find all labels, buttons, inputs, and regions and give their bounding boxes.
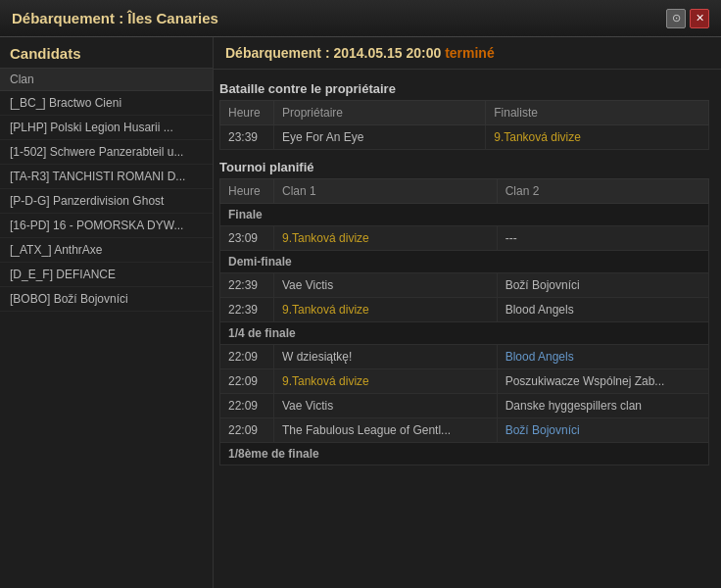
- tournament-section-title: Tournoi planifié: [219, 160, 709, 174]
- battle-table: Heure Propriétaire Finaliste 23:39 Eye F…: [219, 100, 709, 150]
- tournament-col-heure: Heure: [220, 179, 274, 204]
- battle-col-finaliste: Finaliste: [486, 101, 709, 125]
- window-controls: ⊙ ✕: [666, 9, 709, 28]
- clan-list-item[interactable]: [D_E_F] DEFIANCE: [0, 263, 213, 287]
- tournament-clan2: Poszukiwacze Wspólnej Zab...: [497, 369, 708, 394]
- tournament-clan1: W dziesiątkę!: [274, 345, 498, 369]
- tournament-group-header: 1/8ème de finale: [220, 443, 709, 466]
- tournament-time: 22:09: [220, 345, 274, 369]
- close-icon: ✕: [696, 12, 704, 24]
- tournament-group-header: 1/4 de finale: [220, 322, 709, 345]
- clan-list-item[interactable]: [1-502] Schwere Panzerabteil u...: [0, 140, 213, 165]
- clan-list-item[interactable]: [_BC_] Bractwo Cieni: [0, 91, 213, 116]
- tournament-clan2: Blood Angels: [497, 298, 708, 322]
- tournament-clan2: Boží Bojovníci: [497, 273, 708, 298]
- clan-list-item[interactable]: [PLHP] Polski Legion Husarii ...: [0, 116, 213, 140]
- group-name: Demi-finale: [220, 251, 709, 273]
- battle-col-heure: Heure: [220, 101, 274, 125]
- tournament-col-clan1: Clan 1: [274, 179, 498, 204]
- clan-column-header: Clan: [0, 69, 213, 91]
- battle-col-proprietaire: Propriétaire: [274, 101, 486, 125]
- sidebar: Candidats Clan [_BC_] Bractwo Cieni[PLHP…: [0, 37, 214, 588]
- sidebar-header: Candidats: [0, 37, 213, 69]
- tournament-time: 22:09: [220, 418, 274, 443]
- tournament-time: 22:39: [220, 273, 274, 298]
- clan-list-item[interactable]: [16-PD] 16 - POMORSKA DYW...: [0, 214, 213, 238]
- tournament-clan1: 9.Tanková divize: [274, 226, 498, 251]
- tournament-table: Heure Clan 1 Clan 2 Finale 23:09 9.Tanko…: [219, 178, 709, 466]
- group-name: 1/8ème de finale: [220, 443, 709, 466]
- event-title: Débarquement : 2014.05.15 20:00: [225, 45, 441, 61]
- tournament-clan1: Vae Victis: [274, 394, 498, 418]
- tournament-col-clan2: Clan 2: [497, 179, 708, 204]
- tournament-clan2: Danske hyggespillers clan: [497, 394, 708, 418]
- group-name: 1/4 de finale: [220, 322, 709, 345]
- clan-list-item[interactable]: [_ATX_] AnthrAxe: [0, 238, 213, 263]
- battle-time: 23:39: [220, 125, 274, 150]
- clan-list: [_BC_] Bractwo Cieni[PLHP] Polski Legion…: [0, 91, 213, 588]
- tables-area: Bataille contre le propriétaire Heure Pr…: [214, 70, 721, 588]
- title-bar: Débarquement : Îles Canaries ⊙ ✕: [0, 0, 721, 37]
- window-title: Débarquement : Îles Canaries: [12, 10, 218, 26]
- clan-list-item[interactable]: [BOBO] Boží Bojovníci: [0, 287, 213, 312]
- tournament-clan1: The Fabulous League of Gentl...: [274, 418, 498, 443]
- clan-list-item[interactable]: [P-D-G] Panzerdivision Ghost: [0, 189, 213, 214]
- tournament-clan2: Blood Angels: [497, 345, 708, 369]
- tournament-time: 22:39: [220, 298, 274, 322]
- tournament-clan1: 9.Tanková divize: [274, 298, 498, 322]
- tournament-row: 22:09 The Fabulous League of Gentl... Bo…: [220, 418, 709, 443]
- battle-row: 23:39 Eye For An Eye 9.Tanková divize: [220, 125, 709, 150]
- tournament-row: 22:09 Vae Victis Danske hyggespillers cl…: [220, 394, 709, 418]
- event-status: terminé: [445, 45, 495, 61]
- tournament-time: 22:09: [220, 369, 274, 394]
- tournament-row: 22:39 Vae Victis Boží Bojovníci: [220, 273, 709, 298]
- content-panel: Débarquement : 2014.05.15 20:00 terminé …: [214, 37, 721, 588]
- event-header: Débarquement : 2014.05.15 20:00 terminé: [214, 37, 721, 70]
- tournament-group-header: Demi-finale: [220, 251, 709, 273]
- tournament-clan1: 9.Tanková divize: [274, 369, 498, 394]
- close-button[interactable]: ✕: [690, 9, 709, 28]
- tournament-group-header: Finale: [220, 204, 709, 226]
- tournament-row: 22:09 W dziesiątkę! Blood Angels: [220, 345, 709, 369]
- tournament-row: 22:39 9.Tanková divize Blood Angels: [220, 298, 709, 322]
- tournament-time: 23:09: [220, 226, 274, 251]
- tournament-row: 22:09 9.Tanková divize Poszukiwacze Wspó…: [220, 369, 709, 394]
- minimize-button[interactable]: ⊙: [666, 9, 686, 28]
- main-layout: Candidats Clan [_BC_] Bractwo Cieni[PLHP…: [0, 37, 721, 588]
- group-name: Finale: [220, 204, 709, 226]
- clan-list-item[interactable]: [TA-R3] TANCHISTI ROMANI D...: [0, 165, 213, 189]
- tournament-row: 23:09 9.Tanková divize ---: [220, 226, 709, 251]
- battle-section-title: Bataille contre le propriétaire: [219, 81, 709, 96]
- minimize-icon: ⊙: [672, 12, 681, 24]
- battle-proprietaire: Eye For An Eye: [274, 125, 486, 150]
- tournament-time: 22:09: [220, 394, 274, 418]
- tournament-clan2: ---: [497, 226, 708, 251]
- tournament-clan1: Vae Victis: [274, 273, 498, 298]
- battle-finaliste: 9.Tanková divize: [486, 125, 709, 150]
- tournament-clan2: Boží Bojovníci: [497, 418, 708, 443]
